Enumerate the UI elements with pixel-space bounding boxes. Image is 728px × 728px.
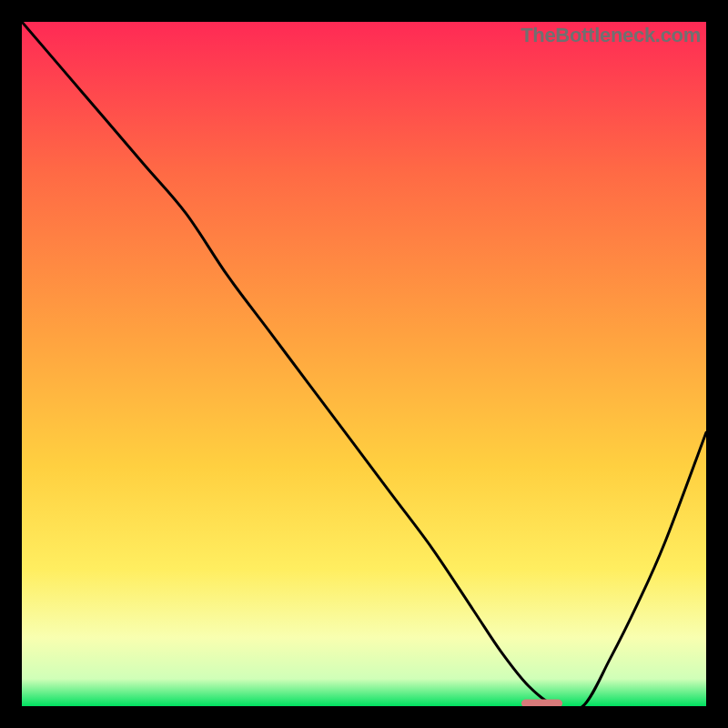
chart-plot-area: TheBottleneck.com — [22, 22, 706, 706]
chart-frame: TheBottleneck.com — [0, 0, 728, 728]
chart-curve-layer — [22, 22, 706, 706]
bottleneck-curve — [22, 22, 706, 706]
minimum-marker — [521, 699, 562, 706]
watermark-text: TheBottleneck.com — [521, 24, 701, 47]
